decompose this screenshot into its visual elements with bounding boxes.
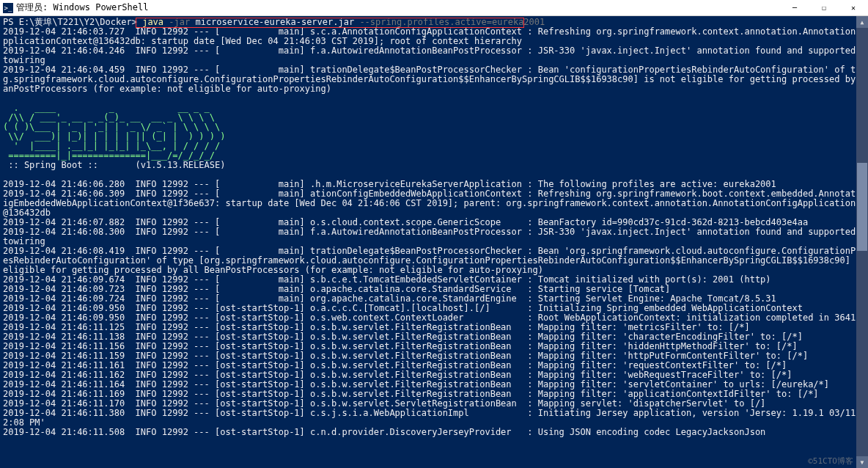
cmd-java: java — [142, 17, 169, 27]
log-line: eligible for getting processed by all Be… — [3, 265, 543, 275]
prompt-prefix: PS E:\黄埠\T221\Y2\Docker> — [3, 17, 142, 27]
log-line: 2019-12-04 21:46:09.723 INFO 12992 --- [… — [3, 284, 670, 294]
log-line: 2019-12-04 21:46:11.159 INFO 12992 --- [… — [3, 351, 808, 361]
log-line: @136432db — [3, 208, 51, 218]
banner-boot: :: Spring Boot :: (v1.5.13.RELEASE) — [3, 160, 225, 170]
log-line: g.springframework.cloud.autoconfigure.Co… — [3, 74, 868, 84]
banner-line: /\\ / ___'_ __ _ _(_)_ __ __ _ \ \ \ \ — [3, 112, 215, 123]
window-titlebar: >_ 管理员: Windows PowerShell ─ ☐ ✕ — [0, 0, 868, 16]
log-line: 2019-12-04 21:46:09.674 INFO 12992 --- [… — [3, 274, 771, 285]
powershell-icon: >_ — [3, 3, 13, 13]
log-line: anPostProcessors (for example: not eligi… — [3, 84, 331, 94]
log-line: 2019-12-04 21:46:11.169 INFO 12992 --- [… — [3, 389, 819, 399]
banner-line: . ____ _ __ _ _ — [3, 103, 210, 113]
log-line: 2019-12-04 21:46:09.950 INFO 12992 --- [… — [3, 312, 868, 323]
log-line: 2019-12-04 21:46:04.246 INFO 12992 --- [… — [3, 45, 868, 56]
scroll-up-arrow[interactable]: ▲ — [856, 16, 868, 28]
log-line: 2019-12-04 21:46:11.380 INFO 12992 --- [… — [3, 408, 868, 418]
scroll-thumb[interactable] — [857, 163, 867, 251]
window-controls: ─ ☐ ✕ — [780, 0, 868, 16]
window-title: 管理员: Windows PowerShell — [16, 1, 149, 14]
log-line: esRebinderAutoConfiguration' of type [or… — [3, 255, 868, 266]
close-button[interactable]: ✕ — [839, 0, 868, 16]
titlebar-left: >_ 管理员: Windows PowerShell — [3, 1, 149, 14]
log-line: 2019-12-04 21:46:11.125 INFO 12992 --- [… — [3, 322, 750, 332]
log-line: 2019-12-04 21:46:04.459 INFO 12992 --- [… — [3, 65, 868, 75]
log-line: 2019-12-04 21:46:11.138 INFO 12992 --- [… — [3, 332, 803, 342]
scrollbar[interactable]: ▲ ▼ — [856, 16, 868, 468]
log-line: 2019-12-04 21:46:07.882 INFO 12992 --- [… — [3, 217, 808, 227]
log-line: 2:08 PM' — [3, 417, 45, 428]
log-line: towiring — [3, 236, 45, 246]
banner-line: =========|_|==============|___/=/_/_/_/ — [3, 150, 215, 161]
log-line: 2019-12-04 21:46:06.309 INFO 12992 --- [… — [3, 189, 868, 199]
log-line: igEmbeddedWebApplicationContext@1f36e637… — [3, 198, 868, 208]
banner-line: ' |____| .__|_| |_|_| |_\__, | / / / / — [3, 141, 220, 151]
scroll-down-arrow[interactable]: ▼ — [856, 456, 868, 468]
cmd-jarfile: microservice-eureka-server.jar — [190, 17, 359, 27]
banner-line: \\/ ___)| |_)| | | | | || (_| | ) ) ) ) — [3, 131, 225, 142]
log-line: 2019-12-04 21:46:11.170 INFO 12992 --- [… — [3, 398, 765, 409]
log-line: pplicationContext@136432db: startup date… — [3, 36, 522, 46]
log-line: 2019-12-04 21:46:08.300 INFO 12992 --- [… — [3, 227, 868, 237]
log-line: 2019-12-04 21:46:06.280 INFO 12992 --- [… — [3, 179, 776, 189]
log-line: 2019-12-04 21:46:11.161 INFO 12992 --- [… — [3, 360, 787, 370]
terminal-content[interactable]: PS E:\黄埠\T221\Y2\Docker> java -jar micro… — [0, 16, 868, 468]
log-line: 2019-12-04 21:46:08.419 INFO 12992 --- [… — [3, 246, 868, 256]
log-line: 2019-12-04 21:46:03.727 INFO 12992 --- [… — [3, 26, 868, 37]
watermark: ©51CTO博客 — [808, 456, 853, 467]
log-line: 2019-12-04 21:46:09.724 INFO 12992 --- [… — [3, 293, 776, 304]
log-line: 2019-12-04 21:46:11.162 INFO 12992 --- [… — [3, 370, 792, 380]
banner-line: ( ( )\___ | '_ | '_| | '_ \/ _` | \ \ \ … — [3, 122, 220, 132]
log-line: 2019-12-04 21:46:09.950 INFO 12992 --- [… — [3, 303, 803, 313]
log-line: towiring — [3, 55, 45, 65]
cmd-jar-flag: -jar — [169, 17, 190, 27]
cmd-profile: --spring.profiles.active=eureka2001 — [359, 17, 545, 27]
maximize-button[interactable]: ☐ — [809, 0, 839, 16]
log-line: 2019-12-04 21:46:11.156 INFO 12992 --- [… — [3, 341, 798, 351]
log-line: 2019-12-04 21:46:11.164 INFO 12992 --- [… — [3, 379, 829, 390]
minimize-button[interactable]: ─ — [780, 0, 809, 16]
log-line: 2019-12-04 21:46:11.508 INFO 12992 --- [… — [3, 427, 765, 437]
